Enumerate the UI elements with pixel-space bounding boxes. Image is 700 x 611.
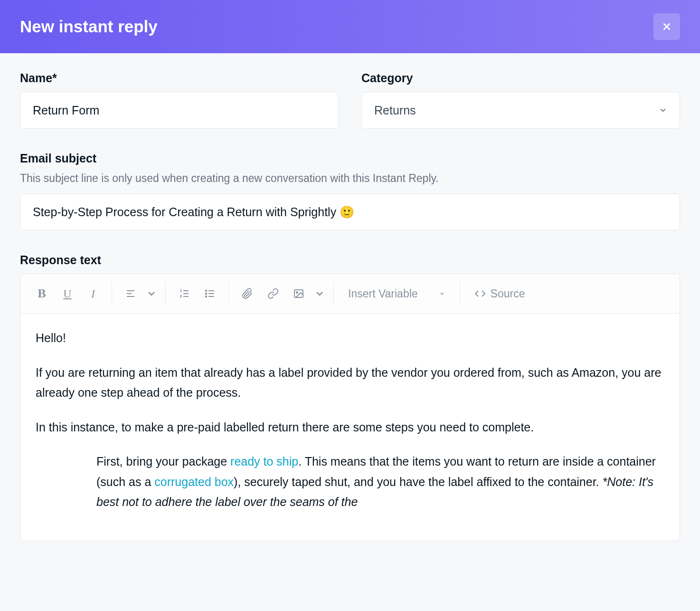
svg-point-15 <box>296 292 298 293</box>
ordered-list-button[interactable]: 12 <box>171 281 197 306</box>
editor-content[interactable]: Hello! If you are returning an item that… <box>20 314 680 541</box>
name-input[interactable] <box>20 92 339 129</box>
category-select[interactable]: Returns <box>361 92 680 129</box>
align-button[interactable] <box>118 281 143 306</box>
source-label: Source <box>491 287 525 300</box>
source-button[interactable]: Source <box>466 281 534 306</box>
close-icon <box>661 20 673 33</box>
svg-text:1: 1 <box>180 289 182 292</box>
attachment-button[interactable] <box>235 281 260 306</box>
close-button[interactable] <box>653 13 680 40</box>
image-icon <box>293 288 304 299</box>
link-button[interactable] <box>260 281 286 306</box>
new-instant-reply-modal: New instant reply Name* Category Returns <box>0 0 700 611</box>
bold-icon: B <box>38 286 46 301</box>
response-indent-paragraph: First, bring your package ready to ship.… <box>36 451 664 512</box>
response-paragraph: If you are returning an item that alread… <box>36 363 664 403</box>
bold-button[interactable]: B <box>29 281 55 306</box>
chevron-down-icon <box>439 290 445 297</box>
modal-header: New instant reply <box>0 0 700 53</box>
chevron-down-icon <box>314 288 325 299</box>
svg-point-11 <box>206 290 207 292</box>
corrugated-box-link[interactable]: corrugated box <box>154 475 234 488</box>
category-label: Category <box>361 71 680 85</box>
ready-to-ship-link[interactable]: ready to ship <box>230 455 298 468</box>
insert-variable-dropdown[interactable]: Insert Variable <box>340 281 454 306</box>
ordered-list-icon: 12 <box>179 288 190 299</box>
chevron-down-icon <box>146 288 157 299</box>
email-subject-input[interactable] <box>20 193 680 230</box>
paperclip-icon <box>242 288 253 299</box>
underline-icon: U <box>63 287 71 300</box>
align-icon <box>125 288 136 299</box>
italic-button[interactable]: I <box>80 281 106 306</box>
unordered-list-button[interactable] <box>197 281 223 306</box>
svg-text:2: 2 <box>180 295 182 298</box>
link-icon <box>267 288 279 299</box>
svg-point-13 <box>206 296 207 297</box>
align-dropdown[interactable] <box>143 281 160 306</box>
modal-body: Name* Category Returns Email subject Thi… <box>0 53 700 582</box>
italic-icon: I <box>91 287 95 300</box>
chevron-down-icon <box>659 106 667 115</box>
rich-text-editor: B U I <box>20 274 680 541</box>
response-paragraph: In this instance, to make a pre-paid lab… <box>36 417 664 438</box>
name-label: Name* <box>20 71 339 85</box>
category-selected-value: Returns <box>374 104 416 117</box>
insert-variable-label: Insert Variable <box>348 287 418 300</box>
svg-point-12 <box>206 293 207 295</box>
modal-title: New instant reply <box>20 17 158 36</box>
response-text-label: Response text <box>20 253 680 267</box>
unordered-list-icon <box>204 288 216 299</box>
image-button[interactable] <box>286 281 312 306</box>
source-icon <box>474 288 486 299</box>
email-subject-label: Email subject <box>20 152 680 165</box>
image-dropdown[interactable] <box>312 281 328 306</box>
email-subject-helper: This subject line is only used when crea… <box>20 172 680 185</box>
response-paragraph: Hello! <box>36 328 664 348</box>
editor-toolbar: B U I <box>20 274 680 314</box>
underline-button[interactable]: U <box>55 281 80 306</box>
